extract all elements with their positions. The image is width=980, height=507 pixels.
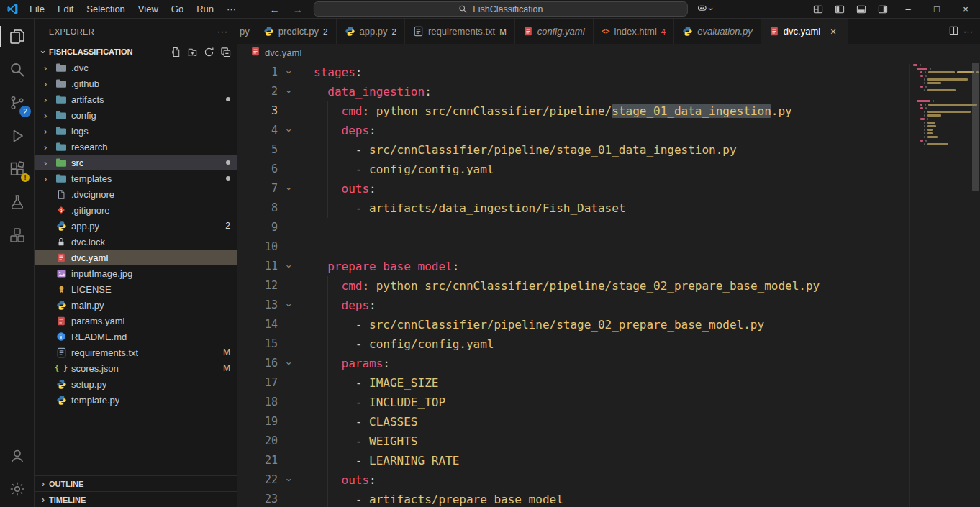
fold-chevron-icon[interactable]: › — [278, 82, 299, 101]
section-outline[interactable]: ›OUTLINE — [35, 475, 237, 491]
code-line-12[interactable]: 12cmd: python src/cnnClassifier/pipeline… — [237, 276, 901, 296]
code-line-17[interactable]: 17- IMAGE_SIZE — [237, 373, 901, 393]
menu-run[interactable]: Run — [190, 0, 220, 19]
code-line-11[interactable]: 11›prepare_base_model: — [237, 257, 901, 276]
tree-file-.dvcignore[interactable]: .dvcignore — [35, 186, 237, 202]
tree-file-.gitignore[interactable]: .gitignore — [35, 202, 237, 218]
new-folder-icon[interactable] — [185, 45, 199, 59]
tree-folder-.dvc[interactable]: ›.dvc — [35, 60, 237, 76]
vertical-scrollbar[interactable] — [971, 61, 980, 507]
tab-requirements.txt[interactable]: requirements.txtM — [405, 19, 515, 44]
tree-file-main.py[interactable]: main.py — [35, 297, 237, 313]
tree-folder-.github[interactable]: ›.github — [35, 76, 237, 91]
toggle-secondary-sidebar-icon[interactable] — [872, 0, 894, 19]
tree-file-template.py[interactable]: template.py — [35, 392, 237, 408]
fold-chevron-icon[interactable]: › — [278, 296, 299, 315]
menu-edit[interactable]: Edit — [51, 0, 80, 19]
fold-chevron-icon[interactable]: › — [278, 470, 299, 490]
tree-folder-artifacts[interactable]: ›artifacts — [35, 91, 237, 107]
toggle-sidebar-icon[interactable] — [829, 0, 850, 19]
minimize-button[interactable]: – — [894, 0, 922, 19]
extensions-icon[interactable]: ! — [0, 152, 34, 186]
fold-chevron-icon[interactable]: › — [278, 354, 299, 373]
tree-folder-src[interactable]: ›src — [35, 155, 237, 170]
code-line-7[interactable]: 7›outs: — [237, 179, 901, 198]
tree-file-requirements.txt[interactable]: requirements.txtM — [35, 344, 237, 360]
tree-file-LICENSE[interactable]: LICENSE — [35, 281, 237, 297]
fold-chevron-icon[interactable]: › — [278, 63, 299, 82]
code-line-3[interactable]: 3cmd: python src/cnnClassifier/pipeline/… — [237, 101, 901, 121]
tree-file-dvc.yaml[interactable]: dvc.yaml — [35, 250, 237, 265]
tree-file-README.md[interactable]: README.md — [35, 329, 237, 344]
code-line-5[interactable]: 5- src/cnnClassifier/pipeline/stage_01_d… — [237, 140, 901, 160]
close-icon[interactable]: × — [827, 25, 840, 38]
code-line-2[interactable]: 2›data_ingestion: — [237, 82, 901, 101]
code-line-23[interactable]: 23- artifacts/prepare_base_model — [237, 490, 901, 507]
back-arrow-icon[interactable]: ← — [268, 4, 282, 15]
code-line-10[interactable]: 10 — [237, 237, 901, 257]
search-box[interactable]: FishClassification — [314, 1, 688, 17]
menu-selection[interactable]: Selection — [80, 0, 131, 19]
tree-file-scores.json[interactable]: { }scores.jsonM — [35, 360, 237, 376]
close-button[interactable]: × — [951, 0, 980, 19]
code-line-1[interactable]: 1›stages: — [237, 63, 901, 82]
forward-arrow-icon[interactable]: → — [291, 4, 305, 15]
customize-layout-icon[interactable] — [807, 0, 829, 19]
project-section-header[interactable]: › FISHCLASSIFICATION — [35, 44, 237, 60]
breadcrumb[interactable]: dvc.yaml — [237, 44, 980, 61]
tree-file-inputImage.jpg[interactable]: inputImage.jpg — [35, 265, 237, 281]
testing-icon[interactable] — [0, 186, 34, 219]
tab-dvc.yaml[interactable]: dvc.yaml× — [761, 19, 848, 44]
fold-chevron-icon[interactable]: › — [278, 179, 299, 198]
settings-icon[interactable] — [0, 472, 34, 506]
tree-folder-logs[interactable]: ›logs — [35, 123, 237, 139]
menu-view[interactable]: View — [132, 0, 165, 19]
menu-go[interactable]: Go — [165, 0, 190, 19]
tree-file-setup.py[interactable]: setup.py — [35, 376, 237, 392]
code-line-19[interactable]: 19- CLASSES — [237, 412, 901, 431]
tree-folder-templates[interactable]: ›templates — [35, 170, 237, 186]
code-line-9[interactable]: 9 — [237, 218, 901, 237]
tab-app.py[interactable]: app.py2 — [337, 19, 405, 44]
minimap[interactable] — [909, 64, 971, 507]
split-editor-icon[interactable] — [948, 25, 959, 38]
search-icon[interactable] — [0, 53, 34, 86]
tree-folder-config[interactable]: ›config — [35, 107, 237, 123]
scrollbar-thumb[interactable] — [972, 63, 979, 191]
fold-chevron-icon[interactable]: › — [278, 257, 299, 276]
code-editor[interactable]: 1›stages:2›data_ingestion:3cmd: python s… — [237, 61, 980, 507]
tree-file-dvc.lock[interactable]: dvc.lock — [35, 234, 237, 250]
source-control-icon[interactable]: 2 — [0, 86, 34, 119]
tab-evaluation.py[interactable]: evaluation.py — [674, 19, 761, 44]
section-timeline[interactable]: ›TIMELINE — [35, 491, 237, 507]
tab-py[interactable]: py — [237, 19, 255, 44]
tree-folder-research[interactable]: ›research — [35, 139, 237, 155]
tab-index.html[interactable]: <>index.html4 — [594, 19, 675, 44]
refresh-icon[interactable] — [201, 45, 216, 59]
code-line-16[interactable]: 16›params: — [237, 354, 901, 373]
code-line-14[interactable]: 14- src/cnnClassifier/pipeline/stage_02_… — [237, 315, 901, 334]
toggle-panel-icon[interactable] — [850, 0, 872, 19]
tree-file-app.py[interactable]: app.py2 — [35, 218, 237, 234]
code-line-8[interactable]: 8- artifacts/data_ingestion/Fish_Dataset — [237, 198, 901, 218]
menu-file[interactable]: File — [23, 0, 51, 19]
code-line-18[interactable]: 18- INCLUDE_TOP — [237, 393, 901, 412]
code-line-13[interactable]: 13›deps: — [237, 296, 901, 315]
tab-predict.py[interactable]: predict.py2 — [255, 19, 337, 44]
code-line-4[interactable]: 4›deps: — [237, 121, 901, 140]
editor-more-icon[interactable]: ··· — [963, 26, 973, 37]
run-debug-icon[interactable] — [0, 119, 34, 152]
collapse-all-icon[interactable] — [218, 45, 232, 59]
fold-chevron-icon[interactable]: › — [278, 121, 299, 140]
explorer-more-icon[interactable]: ··· — [217, 27, 228, 37]
references-icon[interactable] — [0, 219, 34, 252]
new-file-icon[interactable] — [168, 45, 183, 59]
menu-overflow[interactable]: ··· — [220, 0, 242, 19]
code-line-21[interactable]: 21- LEARNING_RATE — [237, 451, 901, 470]
explorer-icon[interactable] — [0, 20, 34, 53]
code-line-22[interactable]: 22›outs: — [237, 470, 901, 490]
code-line-6[interactable]: 6- config/config.yaml — [237, 160, 901, 179]
code-line-20[interactable]: 20- WEIGHTS — [237, 431, 901, 451]
tree-file-params.yaml[interactable]: params.yaml — [35, 313, 237, 329]
tab-config.yaml[interactable]: config.yaml — [515, 19, 594, 44]
